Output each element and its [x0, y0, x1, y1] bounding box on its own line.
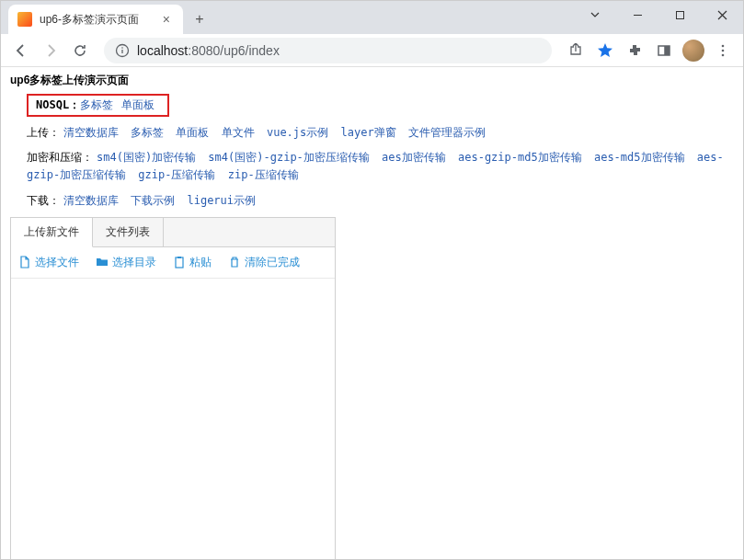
info-icon	[115, 43, 130, 58]
tab-title: up6-多标签演示页面	[40, 12, 159, 28]
action-label: 清除已完成	[245, 255, 300, 270]
file-list-area[interactable]	[11, 279, 335, 560]
close-button[interactable]	[701, 1, 743, 29]
upload-panel: 上传新文件文件列表 选择文件选择目录粘贴清除已完成	[10, 217, 336, 560]
browser-titlebar: up6-多标签演示页面 × +	[1, 1, 743, 34]
chevron-down-icon[interactable]	[574, 1, 616, 29]
page-link[interactable]: sm4(国密)-gzip-加密压缩传输	[208, 151, 369, 164]
file-icon	[18, 256, 31, 269]
nosql-label: NOSQL：	[36, 97, 80, 113]
svg-rect-7	[665, 46, 670, 55]
panel-tab[interactable]: 文件列表	[93, 218, 164, 246]
address-bar[interactable]: localhost:8080/up6/index	[104, 38, 552, 63]
new-tab-button[interactable]: +	[187, 6, 212, 32]
panel-tabs: 上传新文件文件列表	[11, 218, 335, 247]
action-clear-button[interactable]: 清除已完成	[228, 255, 300, 270]
page-link[interactable]: 单面板	[176, 126, 209, 139]
page-content: up6多标签上传演示页面 NOSQL： 多标签 单面板 上传：清空数据库 多标签…	[1, 67, 743, 560]
nosql-links: 多标签 单面板	[80, 97, 160, 113]
page-link[interactable]: vue.js示例	[267, 126, 328, 139]
row-label: 上传：	[27, 126, 60, 139]
star-icon[interactable]	[592, 38, 618, 63]
page-link[interactable]: 清空数据库	[63, 126, 119, 139]
row-label: 加密和压缩：	[27, 151, 93, 164]
page-link[interactable]: layer弹窗	[341, 126, 396, 139]
page-link[interactable]: 多标签	[131, 126, 164, 139]
page-link[interactable]: zip-压缩传输	[228, 168, 299, 181]
folder-icon	[96, 256, 109, 269]
svg-rect-1	[676, 11, 683, 18]
action-label: 选择目录	[112, 255, 156, 270]
page-link[interactable]: 单文件	[222, 126, 255, 139]
action-file-button[interactable]: 选择文件	[18, 255, 79, 270]
link-row: 加密和压缩：sm4(国密)加密传输 sm4(国密)-gzip-加密压缩传输 ae…	[27, 149, 734, 184]
browser-tab[interactable]: up6-多标签演示页面 ×	[8, 5, 183, 34]
share-icon[interactable]	[563, 38, 589, 63]
svg-point-10	[722, 53, 725, 56]
svg-point-9	[722, 49, 725, 51]
forward-button	[38, 38, 63, 63]
page-link[interactable]: sm4(国密)加密传输	[97, 151, 196, 164]
avatar[interactable]	[681, 38, 706, 63]
page-link[interactable]: ligerui示例	[187, 194, 256, 207]
extensions-icon[interactable]	[622, 38, 647, 63]
link-row: 下载：清空数据库 下载示例 ligerui示例	[27, 192, 734, 210]
page-link[interactable]: aes-md5加密传输	[594, 151, 685, 164]
tab-close-icon[interactable]: ×	[159, 12, 174, 27]
action-folder-button[interactable]: 选择目录	[96, 255, 156, 270]
action-paste-button[interactable]: 粘贴	[173, 255, 212, 270]
nosql-row: NOSQL： 多标签 单面板	[27, 94, 169, 117]
svg-rect-12	[177, 257, 181, 258]
nosql-link[interactable]: 多标签	[80, 98, 113, 111]
window-controls	[574, 1, 743, 29]
minimize-button[interactable]	[616, 1, 658, 29]
maximize-button[interactable]	[658, 1, 701, 29]
nosql-link[interactable]: 单面板	[121, 98, 155, 111]
back-button[interactable]	[8, 38, 34, 63]
row-label: 下载：	[27, 194, 60, 207]
panel-actions: 选择文件选择目录粘贴清除已完成	[11, 247, 335, 279]
page-title: up6多标签上传演示页面	[10, 73, 734, 88]
page-link[interactable]: aes-gzip-md5加密传输	[458, 151, 582, 164]
action-label: 选择文件	[35, 255, 79, 270]
page-link[interactable]: aes加密传输	[382, 151, 446, 164]
action-label: 粘贴	[189, 255, 212, 270]
page-link[interactable]: 文件管理器示例	[408, 126, 486, 139]
address-text: localhost:8080/up6/index	[137, 43, 280, 58]
page-link[interactable]: 清空数据库	[63, 194, 119, 207]
panel-icon[interactable]	[651, 38, 677, 63]
browser-toolbar: localhost:8080/up6/index	[1, 34, 743, 67]
reload-button[interactable]	[67, 38, 93, 63]
clear-icon	[228, 256, 241, 269]
svg-point-3	[121, 47, 123, 49]
menu-icon[interactable]	[710, 38, 736, 63]
tab-favicon-icon	[17, 12, 32, 27]
link-row: 上传：清空数据库 多标签 单面板 单文件 vue.js示例 layer弹窗 文件…	[27, 124, 734, 142]
svg-point-8	[722, 44, 725, 47]
page-link[interactable]: gzip-压缩传输	[138, 168, 215, 181]
page-link[interactable]: 下载示例	[131, 194, 175, 207]
panel-tab[interactable]: 上传新文件	[11, 218, 93, 247]
svg-rect-11	[176, 257, 183, 268]
paste-icon	[173, 256, 186, 269]
